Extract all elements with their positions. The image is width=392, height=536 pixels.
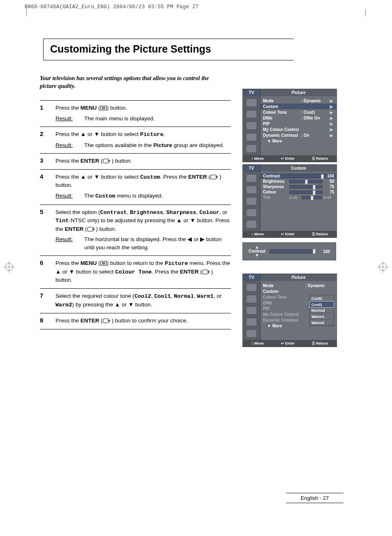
osd-footer-item: ☰ Return bbox=[312, 156, 328, 161]
step-number: 5 bbox=[40, 208, 55, 252]
osd-contrast-bar: ▲ Contrast ▼ 100 bbox=[242, 242, 336, 260]
step-text: Press the ▲ or ▼ button to select Pictur… bbox=[55, 131, 165, 137]
osd-footer-item: ↵ Enter bbox=[281, 156, 295, 161]
osd-row: Custom bbox=[263, 288, 334, 294]
side-icon bbox=[246, 110, 257, 118]
submenu-item: Normal bbox=[310, 307, 334, 313]
slider-row: Brightness50 bbox=[263, 179, 334, 184]
doc-header-line: BN68-00746A(GAIA2_Euro_ENG) 2004/08/23 0… bbox=[25, 4, 199, 10]
contrast-slider bbox=[270, 249, 314, 253]
osd-row: Mode: Dynamic bbox=[263, 283, 334, 288]
side-icon bbox=[246, 186, 257, 194]
side-icon bbox=[246, 174, 257, 182]
menu-icon bbox=[100, 106, 107, 110]
osd-side-icons bbox=[243, 96, 261, 155]
crop-mark bbox=[365, 9, 373, 16]
step-row: 2 Press the ▲ or ▼ button to select Pict… bbox=[40, 127, 231, 153]
osd-footer: ↕ Move↵ Enter☰ Return bbox=[243, 231, 337, 237]
side-icon bbox=[246, 122, 257, 130]
osd-footer: ↕ Move↵ Enter☰ Return bbox=[243, 155, 337, 162]
osd-footer-item: ↵ Enter bbox=[281, 232, 295, 236]
side-icon bbox=[246, 209, 257, 217]
result-label: Result: bbox=[55, 235, 84, 251]
step-row: 4 Press the ▲ or ▼ button to select Cust… bbox=[40, 169, 231, 205]
osd-row: Dynamic Contrast: On▶ bbox=[263, 132, 334, 138]
slider-row: Sharpness75 bbox=[263, 184, 334, 189]
step-number: 2 bbox=[40, 130, 55, 149]
osd-row: My Colour Control▶ bbox=[263, 127, 334, 132]
osd-row: Mode: Dynamic▶ bbox=[263, 98, 334, 104]
osd-content: Contrast100Brightness50Sharpness75Colour… bbox=[261, 172, 337, 231]
result-text: The horizontal bar is displayed. Press t… bbox=[84, 235, 231, 251]
osd-row: Custom▶ bbox=[261, 104, 337, 109]
colour-tone-submenu: Cool2Cool1NormalWarm1Warm2 bbox=[309, 295, 334, 326]
side-icon bbox=[246, 283, 257, 292]
step-text: Press the ENTER () button to confirm you… bbox=[55, 317, 188, 324]
intro-text: Your television has several settings opt… bbox=[40, 75, 212, 90]
result-label: Result: bbox=[55, 141, 84, 150]
osd-picture-menu: TV Picture Mode: Dynamic▶Custom▶Colour T… bbox=[242, 89, 337, 162]
step-number: 3 bbox=[40, 157, 55, 165]
osd-footer: ↕ Move↵ Enter☰ Return bbox=[243, 340, 337, 347]
result-text: The options available in the Picture gro… bbox=[84, 141, 231, 150]
osd-footer-item: ↕ Move bbox=[251, 232, 264, 236]
tint-row: TintG 50R 50 bbox=[263, 195, 334, 200]
step-row: 7 Select the required colour tone (Cool2… bbox=[40, 288, 231, 313]
step-row: 3 Press the ENTER () button. bbox=[40, 153, 231, 169]
side-icon bbox=[246, 306, 257, 315]
step-number: 7 bbox=[40, 292, 55, 309]
contrast-label: ▲ Contrast ▼ bbox=[249, 245, 265, 258]
step-row: 6 Press the MENU () button to return to … bbox=[40, 255, 231, 288]
page-footer: English - 27 bbox=[286, 493, 344, 503]
contrast-value: 100 bbox=[318, 249, 330, 254]
step-text: Press the MENU () button. bbox=[55, 105, 127, 111]
osd-footer-item: ↕ Move bbox=[251, 341, 264, 345]
side-icon bbox=[246, 329, 257, 338]
osd-row: DNIe: DNIe On▶ bbox=[263, 115, 334, 121]
step-text: Press the MENU () button to return to th… bbox=[55, 260, 230, 283]
side-icon bbox=[246, 145, 257, 153]
step-number: 8 bbox=[40, 317, 55, 325]
osd-more: ▼ More bbox=[263, 138, 334, 143]
osd-footer-item: ☰ Return bbox=[312, 232, 328, 236]
page-title: Customizing the Picture Settings bbox=[43, 39, 294, 60]
crop-mark bbox=[19, 9, 27, 16]
step-text: Press the ENTER () button. bbox=[55, 158, 132, 164]
osd-title: Picture bbox=[261, 274, 337, 281]
steps-table: 1 Press the MENU () button. Result: The … bbox=[40, 100, 231, 329]
result-text: The main menu is displayed. bbox=[84, 115, 231, 123]
submenu-item: Cool1 bbox=[309, 301, 334, 308]
osd-picture-menu-submenu: TV Picture Mode: DynamicCustomColour Ton… bbox=[242, 274, 337, 347]
osd-custom-menu: TV Custom Contrast100Brightness50Sharpne… bbox=[242, 164, 337, 238]
submenu-item: Warm2 bbox=[310, 320, 334, 326]
slider-row: Colour75 bbox=[263, 189, 334, 195]
slider-row: Contrast100 bbox=[261, 173, 337, 179]
osd-footer-item: ↵ Enter bbox=[281, 341, 295, 345]
registration-mark-icon bbox=[3, 261, 15, 273]
osd-title: Custom bbox=[261, 165, 337, 172]
step-number: 6 bbox=[40, 259, 55, 284]
side-icon bbox=[246, 318, 257, 326]
osd-title: Picture bbox=[261, 89, 337, 96]
step-number: 4 bbox=[40, 173, 55, 200]
side-icon bbox=[246, 99, 257, 107]
osd-tv-label: TV bbox=[243, 165, 261, 172]
osd-footer-item: ☰ Return bbox=[312, 341, 328, 345]
side-icon bbox=[246, 133, 257, 141]
result-label: Result: bbox=[55, 115, 84, 123]
step-row: 1 Press the MENU () button. Result: The … bbox=[40, 100, 231, 127]
step-row: 8 Press the ENTER () button to confirm y… bbox=[40, 313, 231, 329]
step-text: Select the required colour tone (Cool2, … bbox=[55, 293, 221, 308]
osd-footer-item: ↕ Move bbox=[251, 156, 264, 161]
osd-row: PIP▶ bbox=[263, 121, 334, 127]
submenu-item: Warm1 bbox=[310, 313, 334, 320]
osd-tv-label: TV bbox=[243, 89, 261, 96]
step-row: 5 Select the option (Contrast, Brightnes… bbox=[40, 205, 231, 256]
down-arrow-icon: ▼ bbox=[255, 253, 259, 258]
result-label: Result: bbox=[55, 192, 84, 200]
side-icon bbox=[246, 220, 257, 228]
osd-tv-label: TV bbox=[243, 274, 261, 281]
step-text: Select the option (Contrast, Brightness,… bbox=[55, 209, 230, 232]
step-number: 1 bbox=[40, 104, 55, 122]
osd-side-icons bbox=[243, 281, 261, 340]
